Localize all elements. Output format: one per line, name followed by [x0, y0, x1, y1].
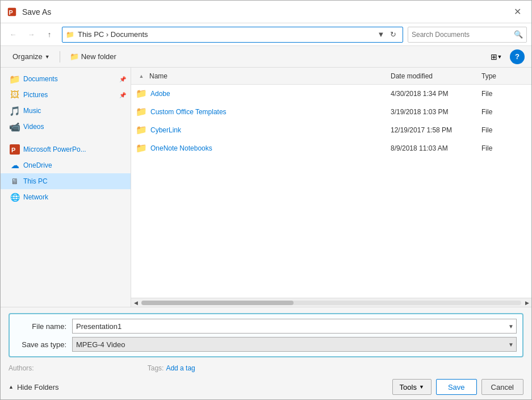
sidebar-item-pictures-label: Pictures [23, 91, 119, 99]
sidebar: 📁 Documents 📌 🖼 Pictures 📌 [1, 68, 131, 307]
address-dropdown-button[interactable]: ▼ [375, 28, 387, 41]
sidebar-locations: P Microsoft PowerPo... ☁ OneDrive [1, 138, 131, 209]
app-icon: P [6, 6, 18, 18]
forward-button[interactable]: → [23, 27, 39, 43]
new-folder-icon: 📁 [70, 52, 79, 61]
svg-text:P: P [11, 147, 15, 153]
file-name-custom-office: Custom Office Templates [150, 108, 391, 116]
column-type[interactable]: Type [481, 72, 527, 80]
file-name-row: File name: Presentation1 ▼ [15, 319, 517, 334]
toolbar-divider [60, 51, 60, 63]
save-type-dropdown-icon[interactable]: ▼ [508, 341, 514, 348]
add-tag-button[interactable]: Add a tag [166, 364, 195, 372]
view-button[interactable]: ⊞ ▼ [487, 49, 505, 65]
table-row[interactable]: 📁 CyberLink 12/19/2017 1:58 PM File [131, 121, 531, 139]
address-bar[interactable]: 📁 This PC › Documents ▼ ↻ [62, 27, 403, 43]
cancel-button[interactable]: Cancel [481, 379, 523, 395]
column-type-label: Type [481, 72, 496, 80]
help-button[interactable]: ? [510, 49, 525, 64]
table-row[interactable]: 📁 OneNote Notebooks 8/9/2018 11:03 AM Fi… [131, 139, 531, 157]
sidebar-item-pictures[interactable]: 🖼 Pictures 📌 [1, 87, 131, 103]
sidebar-item-documents-label: Documents [23, 75, 119, 83]
address-breadcrumb: This PC › Documents [78, 30, 375, 39]
new-folder-button[interactable]: 📁 New folder [65, 49, 122, 64]
title-bar: P Save As ✕ [1, 1, 531, 23]
search-bar[interactable]: 🔍 [408, 27, 527, 43]
save-type-label: Save as type: [15, 340, 72, 349]
network-icon: 🌐 [10, 192, 20, 202]
main-area: 📁 Documents 📌 🖼 Pictures 📌 [1, 68, 531, 307]
bottom-area: File name: Presentation1 ▼ Save as type:… [1, 307, 531, 399]
h-scroll-track[interactable] [141, 301, 521, 305]
file-date-custom-office: 3/19/2018 1:03 PM [391, 108, 481, 116]
tools-button[interactable]: Tools ▼ [392, 379, 432, 395]
sidebar-item-videos-label: Videos [23, 123, 126, 131]
documents-folder-icon: 📁 [10, 74, 20, 84]
hide-folders-label[interactable]: Hide Folders [17, 383, 59, 391]
tools-label: Tools [400, 383, 417, 391]
file-name-dropdown-icon[interactable]: ▼ [508, 323, 514, 330]
authors-area: Authors: [9, 364, 34, 372]
dialog-title: Save As [22, 7, 509, 16]
action-row: ▲ Hide Folders Tools ▼ Save Cancel [9, 374, 523, 396]
toolbar: Organize ▼ 📁 New folder ⊞ ▼ ? [1, 46, 531, 68]
sidebar-item-network[interactable]: 🌐 Network [1, 189, 131, 205]
refresh-button[interactable]: ↻ [387, 28, 399, 41]
nav-bar: ← → ↑ 📁 This PC › Documents ▼ ↻ 🔍 [1, 23, 531, 46]
forward-icon: → [28, 30, 35, 39]
documents-pin-icon: 📌 [119, 76, 126, 82]
h-scroll-thumb[interactable] [141, 301, 294, 305]
close-button[interactable]: ✕ [509, 3, 526, 20]
sidebar-scroll[interactable]: 📁 Documents 📌 🖼 Pictures 📌 [1, 68, 131, 307]
folder-icon-cyberlink: 📁 [136, 124, 147, 136]
sidebar-item-onedrive-label: OneDrive [23, 161, 126, 169]
hide-folders-area: ▲ Hide Folders [9, 382, 59, 393]
column-name-label: Name [149, 72, 167, 80]
file-list: 📁 Adobe 4/30/2018 1:34 PM File 📁 Custom … [131, 85, 531, 298]
file-area: ▲ Name Date modified Type 📁 Ado [131, 68, 531, 307]
sidebar-item-videos[interactable]: 📹 Videos [1, 119, 131, 135]
music-folder-icon: 🎵 [10, 106, 20, 116]
table-row[interactable]: 📁 Adobe 4/30/2018 1:34 PM File [131, 85, 531, 103]
sidebar-item-network-label: Network [23, 193, 126, 201]
up-icon: ↑ [48, 30, 52, 39]
hide-folders-icon: ▲ [9, 384, 14, 390]
tags-label: Tags: [148, 364, 164, 372]
h-scroll-right-button[interactable]: ▶ [522, 298, 531, 307]
address-bar-icon: 📁 [66, 31, 74, 39]
sidebar-item-powerpoint[interactable]: P Microsoft PowerPo... [1, 141, 131, 157]
metadata-row: Authors: Tags: Add a tag [9, 362, 523, 374]
table-row[interactable]: 📁 Custom Office Templates 3/19/2018 1:03… [131, 103, 531, 121]
column-name[interactable]: Name [147, 72, 391, 80]
organize-button[interactable]: Organize ▼ [7, 49, 55, 64]
file-name-cyberlink: CyberLink [150, 126, 391, 134]
file-date-adobe: 4/30/2018 1:34 PM [391, 90, 481, 98]
horizontal-scrollbar[interactable]: ◀ ▶ [131, 298, 531, 307]
sort-up-indicator: ▲ [136, 68, 147, 84]
file-date-onenote: 8/9/2018 11:03 AM [391, 144, 481, 152]
search-icon: 🔍 [514, 30, 523, 39]
file-name-input[interactable]: Presentation1 ▼ [72, 319, 517, 334]
up-button[interactable]: ↑ [41, 27, 57, 43]
file-type-custom-office: File [481, 108, 527, 116]
save-button[interactable]: Save [436, 379, 477, 395]
folder-icon-adobe: 📁 [136, 88, 147, 99]
sidebar-item-documents[interactable]: 📁 Documents 📌 [1, 71, 131, 87]
save-type-select[interactable]: MPEG-4 Video ▼ [72, 337, 517, 352]
search-input[interactable] [412, 31, 514, 39]
save-type-value: MPEG-4 Video [76, 340, 502, 349]
pictures-folder-icon: 🖼 [10, 90, 20, 100]
sidebar-item-this-pc[interactable]: 🖥 This PC [1, 173, 131, 189]
sidebar-item-this-pc-label: This PC [23, 177, 126, 185]
folder-icon-custom-office: 📁 [136, 106, 147, 118]
this-pc-icon: 🖥 [10, 176, 20, 186]
sidebar-item-onedrive[interactable]: ☁ OneDrive [1, 157, 131, 173]
powerpoint-icon: P [10, 144, 20, 155]
file-type-onenote: File [481, 144, 527, 152]
column-date[interactable]: Date modified [391, 72, 481, 80]
help-label: ? [515, 52, 520, 61]
tags-area: Tags: Add a tag [148, 364, 195, 372]
h-scroll-left-button[interactable]: ◀ [131, 298, 140, 307]
sidebar-item-music[interactable]: 🎵 Music [1, 103, 131, 119]
back-button[interactable]: ← [5, 27, 21, 43]
